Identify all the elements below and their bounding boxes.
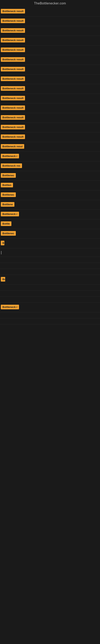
list-item[interactable] — [0, 318, 100, 324]
list-item[interactable]: Bottleneck result — [0, 84, 100, 94]
bottleneck-badge: Bottleneck resul — [1, 144, 24, 149]
bottleneck-badge: Bottleneck r — [1, 154, 19, 158]
bottleneck-badge: Bottlenec — [1, 173, 16, 178]
list-item[interactable]: Bottlenec — [0, 171, 100, 181]
list-item[interactable]: Bottleneck result — [0, 55, 100, 65]
bottleneck-badge: B — [1, 241, 4, 245]
bottleneck-badge: Bottleneck result — [1, 9, 25, 14]
bottleneck-badge: Bottleneck result — [1, 125, 25, 130]
list-item[interactable]: Bottleneck result — [0, 65, 100, 74]
bottleneck-badge: Bottleneck r — [1, 305, 19, 309]
bottleneck-badge: Bottlenec — [1, 231, 16, 236]
bottleneck-badge: Bottleneck result — [1, 76, 25, 81]
list-item[interactable]: Bottle — [0, 219, 100, 229]
list-item[interactable] — [0, 297, 100, 303]
list-item[interactable]: Bottleneck r — [0, 303, 100, 312]
bottleneck-badge: Bottlenec — [1, 192, 16, 197]
bottleneck-badge: Bottleneck result — [1, 115, 25, 120]
bottleneck-badge: Bottleneck result — [1, 96, 25, 100]
bottleneck-badge: Bottleneck result — [1, 48, 25, 52]
bottleneck-badge: Bottleneck result — [1, 134, 25, 139]
list-item[interactable]: Bottlenec — [0, 190, 100, 200]
list-item[interactable]: Bottleneck result — [0, 46, 100, 55]
list-item[interactable]: Bottleneck result — [0, 132, 100, 142]
site-title: TheBottlenecker.com — [0, 0, 100, 7]
bottleneck-badge: Bottlen — [1, 183, 13, 187]
list-item[interactable]: Bottleneck result — [0, 26, 100, 36]
list-item[interactable] — [0, 257, 100, 263]
list-item[interactable]: Bottleneck result — [0, 123, 100, 132]
list-item[interactable]: Bottleneck result — [0, 7, 100, 16]
results-list: Bottleneck resultBottleneck resultBottle… — [0, 7, 100, 324]
list-item[interactable] — [0, 312, 100, 318]
bottleneck-badge: Bottleneck r — [1, 212, 19, 216]
list-item[interactable] — [0, 284, 100, 290]
list-item[interactable]: Bo — [0, 275, 100, 284]
list-item[interactable]: Bottleneck res — [0, 162, 100, 171]
list-item[interactable]: | — [0, 248, 100, 257]
list-item[interactable] — [0, 290, 100, 297]
cursor-indicator: | — [1, 250, 2, 254]
list-item[interactable]: Bottleneck result — [0, 104, 100, 113]
list-item[interactable]: Bottlenec — [0, 229, 100, 239]
bottleneck-badge: Bottle — [1, 222, 11, 226]
list-item[interactable]: B — [0, 239, 100, 248]
list-item[interactable] — [0, 269, 100, 275]
bottleneck-badge: Bottleneck result — [1, 18, 25, 23]
bottleneck-badge: Bottleneck result — [1, 57, 25, 62]
list-item[interactable]: Bottleneck result — [0, 74, 100, 84]
list-item[interactable]: Bottleneck result — [0, 16, 100, 26]
bottleneck-badge: Bottlene — [1, 202, 14, 207]
bottleneck-badge: Bo — [1, 277, 5, 282]
list-item[interactable]: Bottleneck r — [0, 210, 100, 219]
bottleneck-badge: Bottleneck res — [1, 164, 22, 168]
list-item[interactable]: Bottleneck result — [0, 36, 100, 46]
list-item[interactable]: Bottleneck resul — [0, 142, 100, 152]
list-item[interactable]: Bottlene — [0, 200, 100, 210]
bottleneck-badge: Bottleneck result — [1, 67, 25, 72]
bottleneck-badge: Bottleneck result — [1, 38, 25, 42]
list-item[interactable] — [0, 263, 100, 269]
list-item[interactable]: Bottleneck result — [0, 94, 100, 104]
bottleneck-badge: Bottleneck result — [1, 106, 25, 110]
bottleneck-badge: Bottleneck result — [1, 28, 25, 33]
bottleneck-badge: Bottleneck result — [1, 86, 25, 91]
list-item[interactable]: Bottleneck r — [0, 152, 100, 162]
list-item[interactable]: Bottlen — [0, 181, 100, 190]
list-item[interactable]: Bottleneck result — [0, 113, 100, 123]
